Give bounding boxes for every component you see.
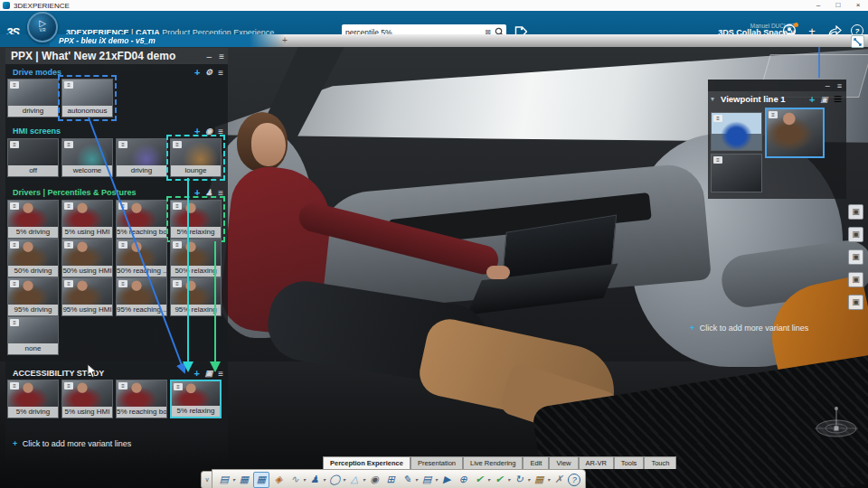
panel-minimize-icon[interactable]: – xyxy=(207,52,212,61)
camera-icon[interactable]: ▣ xyxy=(820,95,828,104)
toolbar-storyboard[interactable]: ▤▾ xyxy=(420,473,438,487)
tab-tools[interactable]: Tools xyxy=(614,456,645,469)
access-thumb-5-relaxing-selected[interactable]: ≡ 5% relaxing xyxy=(170,380,222,418)
dropdown-caret-icon[interactable]: ▾ xyxy=(343,476,345,483)
toolbar-checklist-b[interactable]: ✔▾ xyxy=(492,473,510,487)
dropdown-caret-icon[interactable]: ▾ xyxy=(303,476,306,483)
thumb-handle-icon[interactable]: ≡ xyxy=(118,241,127,249)
minimize-button[interactable]: – xyxy=(808,0,828,11)
viewpoint-minimize-icon[interactable]: – xyxy=(826,81,830,90)
variant-thumb-95-using-hmi[interactable]: ≡ 95% using HMI xyxy=(61,277,113,316)
thumb-handle-icon[interactable]: ≡ xyxy=(118,280,127,287)
variant-thumb-5-using-hmi[interactable]: ≡ 5% using HMI xyxy=(61,200,113,239)
toolbar-environment[interactable]: ◯▾ xyxy=(327,473,345,487)
access-thumb-5-using-hmi[interactable]: ≡ 5% using HMI xyxy=(61,380,113,418)
dropdown-caret-icon[interactable]: ▾ xyxy=(363,476,365,483)
accessibility-menu-icon[interactable]: ≡ xyxy=(218,368,223,380)
variant-thumb-95-driving[interactable]: ≡ 95% driving xyxy=(7,277,59,316)
thumb-handle-icon[interactable]: ≡ xyxy=(10,241,19,249)
toolbar-checklist-a[interactable]: ✔▾ xyxy=(472,473,490,487)
thumb-handle-icon[interactable]: ≡ xyxy=(10,81,19,89)
close-button[interactable]: × xyxy=(848,0,868,11)
thumb-handle-icon[interactable]: ≡ xyxy=(173,202,182,210)
access-thumb-5-driving[interactable]: ≡ 5% driving xyxy=(7,380,59,418)
dropdown-caret-icon[interactable]: ▾ xyxy=(323,476,326,483)
add-variant-line-right[interactable]: + Click to add more variant lines xyxy=(690,324,808,333)
thumb-handle-icon[interactable]: ≡ xyxy=(174,383,183,390)
snapshot-icon[interactable]: ▣ xyxy=(205,368,213,380)
viewport-preset-3[interactable]: ▣ xyxy=(848,249,863,265)
toolbar-refresh-sync[interactable]: ↻▾ xyxy=(512,473,530,487)
variant-thumb-off[interactable]: ≡ off xyxy=(7,138,59,177)
toolbar-add-document[interactable]: ⊞ xyxy=(383,473,398,487)
toolbar-section-view[interactable]: △▾ xyxy=(347,473,365,487)
variant-thumb-95-reaching[interactable]: ≡ 95% reaching ... xyxy=(116,277,167,316)
thumb-handle-icon[interactable]: ≡ xyxy=(173,280,182,287)
variant-thumb-5-driving[interactable]: ≡ 5% driving xyxy=(7,200,59,239)
robot-navigation-gizmo[interactable] xyxy=(807,405,865,448)
toolbar-manikin-tools[interactable]: ♟▾ xyxy=(307,473,326,487)
tab-touch[interactable]: Touch xyxy=(644,456,676,469)
toolbar-grid-view[interactable]: ▦ xyxy=(253,472,269,488)
toolbar-surface-flow[interactable]: ∿▾ xyxy=(288,473,306,487)
toolbar-media-frames[interactable]: ▦▾ xyxy=(532,473,550,487)
viewport-preset-5[interactable]: ▣ xyxy=(848,295,863,310)
add-hmi-screen-icon[interactable]: + xyxy=(194,126,200,137)
thumb-handle-icon[interactable]: ≡ xyxy=(10,202,19,210)
tab-live-rendering[interactable]: Live Rendering xyxy=(463,456,523,469)
tab-view[interactable]: View xyxy=(549,456,578,469)
add-variant-line-left[interactable]: + Click to add more variant lines xyxy=(13,439,131,448)
hmi-menu-icon[interactable]: ≡ xyxy=(218,126,223,137)
thumb-handle-icon[interactable]: ≡ xyxy=(64,81,73,89)
dropdown-caret-icon[interactable]: ▾ xyxy=(487,476,490,483)
viewpoint-thumb-exterior-car[interactable]: ≡ xyxy=(711,112,762,151)
thumb-handle-icon[interactable]: ≡ xyxy=(713,156,722,164)
viewport-preset-1[interactable]: ▣ xyxy=(848,204,863,220)
tab-active-document[interactable]: PPX - bleu iX demo - v5_m xyxy=(50,34,285,47)
thumb-handle-icon[interactable]: ≡ xyxy=(118,382,127,389)
toolbar-turntable[interactable]: ◉ xyxy=(367,473,382,487)
viewpoint-thumb-driver[interactable]: ≡ xyxy=(711,154,762,192)
new-tab-button[interactable]: + xyxy=(282,34,288,47)
variant-thumb-50-driving[interactable]: ≡ 50% driving xyxy=(7,239,59,277)
viewpoint-panel-menu-icon[interactable]: ≡ xyxy=(837,81,842,90)
dropdown-caret-icon[interactable]: ▾ xyxy=(232,476,235,483)
thumb-handle-icon[interactable]: ≡ xyxy=(64,241,73,249)
variant-thumb-50-reaching[interactable]: ≡ 50% reaching ... xyxy=(116,239,167,277)
maximize-button[interactable]: □ xyxy=(828,0,848,11)
thumb-handle-icon[interactable]: ≡ xyxy=(173,141,182,148)
toolbar-posture-play[interactable]: ▶ xyxy=(439,473,454,487)
drivers-menu-icon[interactable]: ≡ xyxy=(218,187,223,199)
toolbar-product-structure[interactable]: ◈ xyxy=(271,473,286,487)
add-drive-mode-icon[interactable]: + xyxy=(194,67,200,79)
thumb-handle-icon[interactable]: ≡ xyxy=(173,241,182,249)
thumb-handle-icon[interactable]: ≡ xyxy=(64,280,73,287)
thumb-handle-icon[interactable]: ≡ xyxy=(64,202,73,210)
dropdown-caret-icon[interactable]: ▾ xyxy=(435,476,438,483)
thumb-handle-icon[interactable]: ≡ xyxy=(118,202,127,210)
dropdown-caret-icon[interactable]: ▾ xyxy=(527,476,530,483)
toolbar-single-view[interactable]: ▦ xyxy=(237,473,251,487)
variant-thumb-50-using-hmi[interactable]: ≡ 50% using HMI xyxy=(61,239,113,277)
tab-ar-vr[interactable]: AR-VR xyxy=(579,456,614,469)
variant-thumb-5-relaxing-selected[interactable]: ≡ 5% relaxing xyxy=(170,200,222,239)
access-thumb-5-reaching-box[interactable]: ≡ 5% reaching box xyxy=(116,380,167,418)
thumb-handle-icon[interactable]: ≡ xyxy=(713,115,722,122)
tab-edit[interactable]: Edit xyxy=(523,456,549,469)
viewport-preset-4[interactable]: ▣ xyxy=(848,272,863,287)
variant-thumb-welcome[interactable]: ≡ welcome xyxy=(61,138,113,177)
tab-presentation[interactable]: Presentation xyxy=(410,456,463,469)
thumb-handle-icon[interactable]: ≡ xyxy=(64,141,73,148)
thumb-handle-icon[interactable]: ≡ xyxy=(10,141,19,148)
variant-thumb-none[interactable]: ≡ none xyxy=(7,316,59,355)
toolbar-annotate-pen[interactable]: ✎▾ xyxy=(400,473,418,487)
thumb-handle-icon[interactable]: ≡ xyxy=(118,141,127,148)
variant-thumb-driving-hmi[interactable]: ≡ driving xyxy=(116,138,167,177)
variant-thumb-50-relaxing[interactable]: ≡ 50% relaxing xyxy=(170,239,222,277)
viewport-preset-2[interactable]: ▣ xyxy=(848,227,863,242)
variant-thumb-driving[interactable]: ≡ driving xyxy=(7,79,59,117)
viewpoint-thumb-interior-selected[interactable]: ≡ xyxy=(765,108,825,158)
panel-menu-icon[interactable]: ≡ xyxy=(219,52,224,61)
toolbar-target-pointer[interactable]: ⊕ xyxy=(456,473,470,487)
toolbar-no-tool[interactable]: ✗ xyxy=(552,473,566,487)
